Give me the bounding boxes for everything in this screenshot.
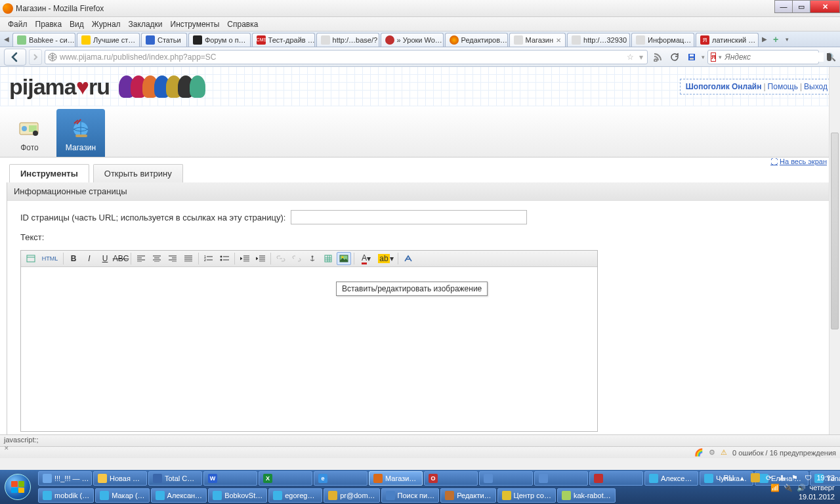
tab-tools[interactable]: Инструменты xyxy=(9,164,89,182)
indent-icon[interactable] xyxy=(253,252,268,265)
tray-network-icon[interactable]: 🖧 xyxy=(777,473,786,482)
taskbar-item[interactable]: O xyxy=(424,471,478,486)
start-button[interactable] xyxy=(0,470,35,504)
tab-item[interactable]: http:/…32930 xyxy=(567,33,630,47)
new-tab-button[interactable]: + xyxy=(770,32,782,47)
menu-file[interactable]: Файл xyxy=(4,18,32,30)
table-icon[interactable] xyxy=(321,252,335,265)
url-dropdown-icon[interactable]: ▾ xyxy=(638,52,644,62)
evernote-icon[interactable] xyxy=(822,50,836,64)
taskbar-item[interactable]: BobkovSt… xyxy=(208,488,267,503)
taskbar-item[interactable]: Макар (… xyxy=(95,488,149,503)
menu-edit[interactable]: Правка xyxy=(32,18,66,30)
align-right-icon[interactable] xyxy=(165,252,180,265)
taskbar-item[interactable]: Алексе… xyxy=(644,471,698,486)
anchor-icon[interactable] xyxy=(305,252,320,265)
special-icon[interactable] xyxy=(401,252,415,265)
taskbar-item[interactable]: pr@dom… xyxy=(324,488,379,503)
menu-history[interactable]: Журнал xyxy=(88,18,125,30)
page-id-input[interactable] xyxy=(291,210,527,224)
tray-power-icon[interactable]: 🔌 xyxy=(784,483,793,492)
page-scrollbar[interactable] xyxy=(829,67,840,434)
logout-link[interactable]: Выход xyxy=(804,82,828,91)
html-button[interactable]: HTML xyxy=(39,252,60,265)
close-button[interactable]: ✕ xyxy=(810,0,840,13)
gear-icon[interactable]: ⚙ xyxy=(709,448,715,457)
italic-button[interactable]: I xyxy=(82,252,96,265)
unlink-icon[interactable] xyxy=(289,252,304,265)
image-icon[interactable] xyxy=(337,252,351,265)
tab-item[interactable]: Форум о п… xyxy=(188,33,251,47)
tab-item[interactable]: Ялатинский … xyxy=(696,33,759,47)
align-justify-icon[interactable] xyxy=(181,252,196,265)
url-bar[interactable]: www.pijama.ru/published/index.php?app=SC… xyxy=(45,50,648,64)
tab-item[interactable]: Статьи xyxy=(141,33,187,47)
menu-view[interactable]: Вид xyxy=(66,18,88,30)
source-icon[interactable] xyxy=(24,252,38,265)
tray-wifi-icon[interactable]: 📶 xyxy=(770,483,780,492)
tray-app-icon[interactable] xyxy=(751,473,760,482)
tray-shield-icon[interactable]: 🛡 xyxy=(803,473,812,482)
taskbar-item[interactable] xyxy=(479,471,533,486)
tabs-scroll-left[interactable]: ◀ xyxy=(1,32,12,47)
minimize-button[interactable]: — xyxy=(774,0,793,13)
search-box[interactable]: Я ▾ 🔍 xyxy=(707,50,819,64)
menu-help[interactable]: Справка xyxy=(223,18,262,30)
tray-volume-icon[interactable]: 🔊 xyxy=(797,483,806,492)
tab-item[interactable]: Редактиров… xyxy=(445,33,508,47)
forward-button[interactable] xyxy=(29,49,42,65)
tab-item[interactable]: Информац… xyxy=(631,33,694,47)
taskbar-item[interactable]: Центр со… xyxy=(497,488,556,503)
maximize-button[interactable]: ▭ xyxy=(792,0,810,13)
error-count[interactable]: 0 ошибок / 16 предупреждения xyxy=(732,449,836,457)
save-icon[interactable] xyxy=(684,50,699,64)
taskbar-item[interactable]: W xyxy=(203,471,257,486)
taskbar-item[interactable]: Редакти… xyxy=(440,488,495,503)
taskbar-item[interactable]: e xyxy=(314,471,368,486)
bg-color-icon[interactable]: ab ▾ xyxy=(377,252,395,265)
status-close-icon[interactable]: ✕ xyxy=(4,445,9,452)
reload-button[interactable] xyxy=(667,50,682,64)
tab-item[interactable]: Лучшие ст… xyxy=(77,33,140,47)
taskbar-item[interactable]: egoreg… xyxy=(268,488,322,503)
tabs-dropdown[interactable]: ▾ xyxy=(782,32,792,47)
tray-time[interactable]: 19:13 xyxy=(816,474,835,482)
taskbar-item[interactable]: mobdik (… xyxy=(38,488,94,503)
editor-canvas[interactable]: Вставить/редактировать изображение xyxy=(21,267,597,431)
taskbar-item[interactable]: Поиск пи… xyxy=(381,488,440,503)
taskbar-item[interactable]: kak-rabot… xyxy=(557,488,616,503)
appnav-photo[interactable]: Фото xyxy=(5,109,54,157)
help-link[interactable]: Помощь xyxy=(768,82,798,91)
tab-item[interactable]: CMSТест-драйв … xyxy=(252,33,315,47)
rss-icon[interactable] xyxy=(650,50,665,64)
outdent-icon[interactable] xyxy=(238,252,252,265)
bold-button[interactable]: B xyxy=(66,252,81,265)
ordered-list-icon[interactable]: 12 xyxy=(201,252,216,265)
taskbar-item[interactable]: X xyxy=(259,471,312,486)
taskbar-item[interactable]: Total C… xyxy=(148,471,202,486)
back-button[interactable] xyxy=(4,49,26,66)
tabs-scroll-right[interactable]: ▶ xyxy=(759,32,770,47)
tab-item[interactable]: » Уроки Wo… xyxy=(381,33,444,47)
menu-tools[interactable]: Инструменты xyxy=(167,18,224,30)
tab-open-storefront[interactable]: Открыть витрину xyxy=(93,164,183,182)
align-center-icon[interactable] xyxy=(150,252,164,265)
tab-item-active[interactable]: Магазин✕ xyxy=(509,33,566,47)
text-color-icon[interactable]: A ▾ xyxy=(357,252,375,265)
save-dropdown-icon[interactable]: ▾ xyxy=(702,54,705,60)
tray-flag-icon[interactable]: ⚑ xyxy=(790,473,799,482)
taskbar-item[interactable] xyxy=(589,471,643,486)
scrollbar-thumb[interactable] xyxy=(831,133,839,329)
rainbow-icon[interactable]: 🌈 xyxy=(694,448,704,457)
strike-button[interactable]: ABC xyxy=(114,252,128,265)
taskbar-item[interactable]: Магази… xyxy=(369,471,423,486)
taskbar-item[interactable]: Алексан… xyxy=(151,488,207,503)
taskbar-item[interactable]: Новая … xyxy=(93,471,147,486)
tray-sync-icon[interactable]: ⟳ xyxy=(764,473,773,482)
bookmark-star-icon[interactable]: ☆ xyxy=(625,52,635,62)
tab-item[interactable]: Babkee - си… xyxy=(12,33,75,47)
search-input[interactable] xyxy=(724,52,824,62)
site-logo[interactable]: pijama♥ru xyxy=(0,68,110,105)
underline-button[interactable]: U xyxy=(98,252,112,265)
tray-lang[interactable]: RU xyxy=(724,474,734,482)
